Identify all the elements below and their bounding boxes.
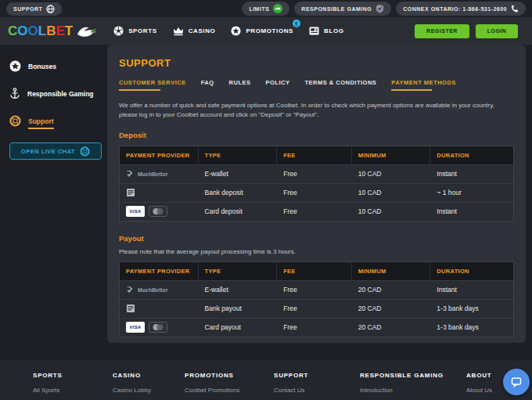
footer-col-sports: SPORTS All Sports <box>33 372 63 394</box>
tab-rules[interactable]: RULES <box>229 79 251 91</box>
coolbet-logo[interactable]: COOLBET <box>8 23 96 40</box>
newspaper-icon <box>309 27 319 35</box>
connex-ontario-button[interactable]: CONNEX ONTARIO: 1-866-531-2600 <box>396 2 526 16</box>
footer-col-about: ABOUT About Us <box>466 372 492 394</box>
provider-bank <box>120 300 199 318</box>
responsible-gaming-label: RESPONSIBLE GAMING <box>301 6 372 12</box>
limits-label: LIMITS <box>249 6 269 12</box>
col-type: TYPE <box>199 262 278 280</box>
cell-minimum: 20 CAD <box>352 319 431 337</box>
footer-heading: CASINO <box>113 372 151 379</box>
limits-button[interactable]: LIMITS <box>242 2 289 16</box>
cell-duration: 1-3 bank days <box>430 319 513 337</box>
col-fee: FEE <box>277 146 352 164</box>
footer-link-casino-lobby[interactable]: Casino Lobby <box>113 387 151 394</box>
tab-payment-methods[interactable]: PAYMENT METHODS <box>391 79 456 91</box>
footer-link-introduction[interactable]: Introduction <box>360 387 444 394</box>
provider-cards: VISA <box>120 203 199 221</box>
provider-bank <box>120 184 199 202</box>
main-nav: SPORTS CASINO PROMOTIONS 5 BLOG <box>113 26 343 36</box>
cell-minimum: 20 CAD <box>352 281 431 299</box>
deposit-table: PAYMENT PROVIDER TYPE FEE MINIMUM DURATI… <box>119 146 514 222</box>
tab-terms-conditions[interactable]: TERMS & CONDITIONS <box>304 79 376 91</box>
auth-buttons: REGISTER LOGIN <box>415 24 524 38</box>
star-circle-icon <box>9 60 21 72</box>
nav-blog[interactable]: BLOG <box>309 27 344 35</box>
responsible-gaming-button[interactable]: RESPONSIBLE GAMING <box>294 2 391 16</box>
support-panel: SUPPORT CUSTOMER SERVICE FAQ RULES POLIC… <box>107 45 526 343</box>
footer-col-responsible-gaming: RESPONSIBLE GAMING Introduction <box>360 372 444 394</box>
main-header: COOLBET SPORTS CASINO PROMOTIONS 5 <box>0 17 532 45</box>
sidebar-item-bonuses[interactable]: Bonuses <box>9 60 99 72</box>
intro-text: We offer a number of quick and safe paym… <box>119 101 514 121</box>
cell-duration: Instant <box>430 165 513 183</box>
footer-link-coolbet-promotions[interactable]: Coolbet Promotions <box>185 387 239 394</box>
muchbetter-label: MuchBetter <box>138 287 168 293</box>
cell-type: Card deposit <box>199 203 278 221</box>
sidebar: Bonuses Responsible Gaming Support OPEN … <box>0 45 107 160</box>
cell-type: Bank payout <box>199 300 278 318</box>
limits-gauge-icon <box>273 4 282 13</box>
visa-icon: VISA <box>126 322 145 333</box>
cell-fee: Free <box>277 281 352 299</box>
register-button[interactable]: REGISTER <box>415 24 469 38</box>
footer-heading: RESPONSIBLE GAMING <box>360 372 444 379</box>
footer-heading: ABOUT <box>466 372 492 379</box>
nav-sports-label: SPORTS <box>128 27 157 34</box>
support-pill-label: SUPPORT <box>13 6 42 12</box>
col-duration: DURATION <box>430 262 513 280</box>
live-chat-bubble-button[interactable] <box>503 369 530 395</box>
cell-type: E-wallet <box>199 165 278 183</box>
open-live-chat-button[interactable]: OPEN LIVE CHAT <box>9 142 102 160</box>
footer-link-all-sports[interactable]: All Sports <box>33 387 63 394</box>
cell-fee: Free <box>277 319 352 337</box>
muchbetter-label: MuchBetter <box>138 171 168 177</box>
tab-policy[interactable]: POLICY <box>266 79 290 91</box>
col-minimum: MINIMUM <box>352 146 431 164</box>
footer-heading: SUPPORT <box>274 372 308 379</box>
cell-duration: 1-3 bank days <box>430 300 513 318</box>
table-row: MuchBetter E-wallet Free 20 CAD Instant <box>120 280 513 299</box>
footer: SPORTS All Sports CASINO Casino Lobby PR… <box>0 360 532 400</box>
nav-sports[interactable]: SPORTS <box>113 26 157 36</box>
cell-fee: Free <box>277 184 352 202</box>
cell-duration: ~ 1 hour <box>430 184 513 202</box>
table-header-row: PAYMENT PROVIDER TYPE FEE MINIMUM DURATI… <box>120 146 513 164</box>
bank-payout-icon <box>126 304 135 313</box>
star-circle-icon <box>231 26 241 36</box>
muchbetter-icon <box>126 170 134 178</box>
phone-icon <box>511 5 519 13</box>
provider-muchbetter: MuchBetter <box>120 281 199 299</box>
tab-faq[interactable]: FAQ <box>201 79 214 91</box>
col-payment-provider: PAYMENT PROVIDER <box>120 262 199 280</box>
tab-customer-service[interactable]: CUSTOMER SERVICE <box>119 79 186 91</box>
nav-blog-label: BLOG <box>324 27 344 34</box>
anchor-icon <box>9 88 20 99</box>
cell-fee: Free <box>277 203 352 221</box>
nav-promotions[interactable]: PROMOTIONS 5 <box>231 26 293 36</box>
footer-link-contact-us[interactable]: Contact Us <box>274 387 308 394</box>
footer-link-about-us[interactable]: About Us <box>466 387 492 394</box>
visa-icon: VISA <box>126 206 145 217</box>
sidebar-responsible-gaming-label: Responsible Gaming <box>27 90 94 98</box>
login-button[interactable]: LOGIN <box>476 24 518 38</box>
mastercard-icon <box>149 206 167 217</box>
col-minimum: MINIMUM <box>352 262 431 280</box>
content-area: Bonuses Responsible Gaming Support OPEN … <box>0 45 532 343</box>
cell-minimum: 10 CAD <box>352 184 431 202</box>
table-header-row: PAYMENT PROVIDER TYPE FEE MINIMUM DURATI… <box>120 262 513 280</box>
dove-logo-icon <box>74 23 96 40</box>
sidebar-item-support[interactable]: Support <box>9 115 99 127</box>
coolbet-logo-word: COOLBET <box>8 23 73 39</box>
cell-minimum: 10 CAD <box>352 165 431 183</box>
footer-heading: SPORTS <box>33 372 63 379</box>
lifebuoy-icon <box>80 146 90 157</box>
sidebar-item-responsible-gaming[interactable]: Responsible Gaming <box>9 88 99 99</box>
connex-ontario-label: CONNEX ONTARIO: 1-866-531-2600 <box>403 6 507 12</box>
nav-casino[interactable]: CASINO <box>173 27 216 36</box>
cell-fee: Free <box>277 165 352 183</box>
support-tabs: CUSTOMER SERVICE FAQ RULES POLICY TERMS … <box>119 79 514 91</box>
cell-type: Bank deposit <box>199 184 278 202</box>
support-pill-button[interactable]: SUPPORT <box>6 2 62 16</box>
bank-deposit-icon <box>126 188 135 197</box>
